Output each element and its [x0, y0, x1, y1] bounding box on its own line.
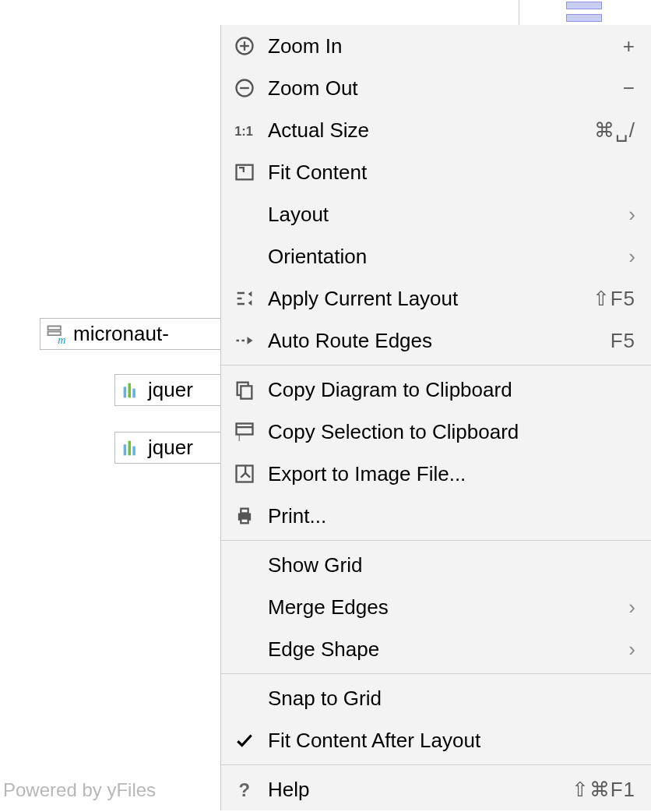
menu-zoom-in[interactable]: Zoom In + — [221, 25, 651, 67]
blank-icon — [230, 635, 259, 663]
menu-shortcut: F5 — [611, 329, 635, 353]
menu-copy-selection[interactable]: I Copy Selection to Clipboard — [221, 411, 651, 453]
menu-export-image[interactable]: Export to Image File... — [221, 453, 651, 495]
print-icon — [230, 502, 259, 530]
chevron-right-icon: › — [628, 595, 635, 620]
blank-icon — [230, 200, 259, 228]
svg-rect-21 — [241, 509, 248, 514]
export-icon — [230, 460, 259, 488]
menu-label: Apply Current Layout — [268, 287, 593, 311]
menu-zoom-out[interactable]: Zoom Out − — [221, 67, 651, 109]
menu-show-grid[interactable]: Show Grid — [221, 544, 651, 586]
fit-rect-icon — [230, 158, 259, 186]
menu-label: Zoom In — [268, 34, 623, 58]
plus-circle-icon — [230, 32, 259, 60]
minus-circle-icon — [230, 74, 259, 102]
menu-label: Help — [268, 778, 572, 802]
menu-shortcut: + — [623, 34, 635, 58]
svg-text:m: m — [58, 334, 65, 344]
svg-text:1:1: 1:1 — [234, 124, 253, 138]
menu-label: Orientation — [268, 245, 628, 269]
chevron-right-icon: › — [628, 637, 635, 662]
apply-layout-icon — [230, 284, 259, 312]
menu-label: Print... — [268, 504, 635, 528]
context-menu: Zoom In + Zoom Out − 1:1 Actual Size ⌘␣/… — [220, 25, 651, 810]
menu-shortcut: ⇧⌘F1 — [572, 778, 635, 802]
menu-print[interactable]: Print... — [221, 495, 651, 537]
menu-label: Actual Size — [268, 118, 594, 143]
menu-merge-edges[interactable]: Merge Edges › — [221, 586, 651, 628]
diagram-node-label: micronaut- — [73, 322, 169, 346]
menu-label: Show Grid — [268, 553, 635, 577]
menu-snap-to-grid[interactable]: Snap to Grid — [221, 677, 651, 719]
menu-copy-diagram[interactable]: Copy Diagram to Clipboard — [221, 369, 651, 411]
menu-shortcut: ⌘␣/ — [594, 118, 635, 143]
one-to-one-icon: 1:1 — [230, 116, 259, 144]
svg-rect-4 — [124, 444, 127, 455]
menu-separator — [221, 540, 651, 541]
menu-label: Layout — [268, 203, 628, 227]
diagram-node-label: jquer — [148, 378, 193, 402]
diagram-node[interactable]: m micronaut- — [40, 318, 242, 350]
menu-label: Fit Content — [268, 161, 635, 185]
menu-shortcut: ⇧F5 — [593, 287, 635, 311]
menu-separator — [221, 365, 651, 365]
chevron-right-icon: › — [628, 245, 635, 269]
menu-fit-after-layout[interactable]: Fit Content After Layout — [221, 719, 651, 761]
watermark: Powered by yFiles — [0, 779, 156, 801]
menu-label: Edge Shape — [268, 637, 628, 662]
menu-help[interactable]: ? Help ⇧⌘F1 — [221, 768, 651, 810]
menu-layout[interactable]: Layout › — [221, 193, 651, 235]
chevron-right-icon: › — [628, 203, 635, 227]
blank-icon — [230, 684, 259, 712]
menu-shortcut: − — [623, 76, 635, 101]
svg-rect-3 — [132, 388, 135, 397]
route-icon — [230, 327, 259, 355]
menu-label: Snap to Grid — [268, 687, 635, 711]
menu-label: Copy Diagram to Clipboard — [268, 378, 635, 402]
menu-edge-shape[interactable]: Edge Shape › — [221, 628, 651, 670]
svg-rect-2 — [128, 383, 132, 397]
menu-label: Fit Content After Layout — [268, 729, 635, 753]
library-icon — [120, 437, 142, 459]
svg-rect-22 — [241, 519, 248, 524]
menu-label: Copy Selection to Clipboard — [268, 420, 635, 444]
svg-text:?: ? — [238, 779, 250, 800]
menu-apply-layout[interactable]: Apply Current Layout ⇧F5 — [221, 277, 651, 320]
menu-separator — [221, 764, 651, 765]
menu-label: Export to Image File... — [268, 462, 635, 486]
module-icon: m — [45, 323, 67, 345]
svg-rect-1 — [124, 387, 127, 397]
blank-icon — [230, 593, 259, 621]
blank-icon — [230, 242, 259, 270]
menu-label: Merge Edges — [268, 595, 628, 620]
menu-orientation[interactable]: Orientation › — [221, 235, 651, 277]
menu-label: Zoom Out — [268, 76, 623, 101]
menu-fit-content[interactable]: Fit Content — [221, 151, 651, 193]
menu-label: Auto Route Edges — [268, 329, 611, 353]
svg-rect-5 — [128, 440, 132, 455]
diagram-node-label: jquer — [148, 436, 193, 460]
svg-text:I: I — [238, 433, 241, 443]
svg-rect-15 — [241, 386, 252, 398]
blank-icon — [230, 551, 259, 579]
question-icon: ? — [230, 775, 259, 803]
menu-separator — [221, 673, 651, 674]
copy-icon — [230, 376, 259, 404]
menu-auto-route[interactable]: Auto Route Edges F5 — [221, 320, 651, 362]
checkmark-icon — [230, 726, 259, 754]
svg-rect-6 — [132, 446, 135, 455]
copy-selection-icon: I — [230, 418, 259, 446]
menu-actual-size[interactable]: 1:1 Actual Size ⌘␣/ — [221, 109, 651, 151]
minimap-fragment — [519, 0, 651, 25]
library-icon — [120, 380, 142, 401]
